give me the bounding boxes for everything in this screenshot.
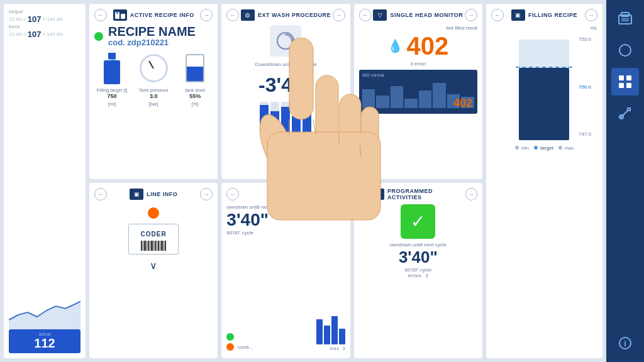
ext-wash-nav-left[interactable]: ← bbox=[226, 9, 239, 21]
lo-icon: ▣ bbox=[274, 191, 280, 197]
filling-target-label: Filling target [l] bbox=[97, 87, 128, 93]
countdown-value: -3'40" bbox=[226, 74, 345, 97]
wave-svg bbox=[9, 288, 80, 329]
legend-max: max bbox=[558, 145, 574, 151]
cycle-refresh-icon bbox=[270, 25, 301, 57]
filling-recipe-nav-left[interactable]: ← bbox=[491, 9, 504, 21]
line-info-nav-left[interactable]: ← bbox=[94, 188, 107, 200]
recipe-title-group: ACTIVE RECIPE INFO bbox=[113, 9, 194, 21]
chart-bar-2 bbox=[376, 96, 389, 108]
prog-bar-1 bbox=[260, 102, 269, 133]
tank-icon-container bbox=[179, 51, 211, 85]
green-check-icon: ✓ bbox=[401, 204, 435, 239]
tank-pressure-value: 3.0 bbox=[150, 93, 158, 99]
single-head-nav-left[interactable]: ← bbox=[359, 9, 372, 21]
lo-bar-1 bbox=[316, 319, 323, 344]
torque-min: 15 kN > bbox=[9, 16, 26, 22]
torque-label: torque bbox=[9, 9, 23, 14]
filling-recipe-nav-right[interactable]: → bbox=[585, 9, 597, 21]
line-info-panel: ← ▣ LINE INFO → CODER bbox=[89, 183, 218, 358]
recipe-nav-left[interactable]: ← bbox=[94, 9, 107, 21]
sidebar-grid-icon[interactable] bbox=[611, 68, 639, 96]
chart-normal-label: 400 normal bbox=[362, 73, 384, 77]
prog-act-header: ← ☰ PROGRAMMED ACTIVITIES → bbox=[359, 188, 477, 200]
fill-label-high: 753.0 bbox=[579, 36, 591, 42]
lo-nav-left[interactable]: ← bbox=[226, 188, 239, 200]
legend-target-label: target bbox=[540, 145, 553, 151]
prog-fill-4 bbox=[292, 116, 301, 134]
legend-target-dot bbox=[534, 146, 538, 150]
lo-content: owndown untill next cycle 3'40" 60'00" c… bbox=[226, 204, 345, 351]
lo-nav-right[interactable]: → bbox=[333, 188, 345, 200]
lo-left: owndown untill next cycle 3'40" 60'00" c… bbox=[226, 204, 307, 351]
legend-target: target bbox=[534, 145, 553, 151]
bc-10 bbox=[157, 241, 157, 251]
tank-pressure-label: Tank pressure bbox=[139, 87, 169, 93]
filling-recipe-title-group: ▣ FILLING RECIPE bbox=[511, 9, 577, 21]
recipe-icon-svg bbox=[114, 11, 126, 19]
sidebar-tool-icon[interactable] bbox=[611, 99, 639, 127]
coder-box: CODER bbox=[128, 224, 179, 255]
bc-1 bbox=[141, 241, 142, 251]
sidebar-circle-icon[interactable] bbox=[611, 36, 639, 64]
fill-label-low: 747.0 bbox=[579, 131, 591, 137]
recipe-status-dot bbox=[94, 32, 103, 41]
single-head-title: SINGLE HEAD MONITOR bbox=[390, 12, 463, 18]
prog-bar-5 bbox=[303, 102, 311, 133]
prog-fill-2 bbox=[270, 111, 279, 133]
actual-box: actual 112 bbox=[9, 329, 80, 353]
bc-7 bbox=[151, 241, 153, 251]
fill-bar-fill bbox=[519, 68, 569, 140]
recipe-nav-right[interactable]: → bbox=[200, 9, 213, 21]
coder-label: CODER bbox=[141, 231, 167, 238]
sidebar-machine-icon[interactable] bbox=[611, 5, 639, 33]
mini-chart: 400 normal 402 bbox=[359, 70, 477, 114]
ext-wash-panel-icon: ⚙ bbox=[241, 9, 255, 21]
tank-level-value: 55% bbox=[189, 93, 201, 99]
lo-bars: rrors 3 bbox=[308, 204, 345, 351]
active-recipe-panel: ← ACTIVE RECIPE INFO → RECIPE NAME cod. … bbox=[89, 4, 218, 179]
orange-drop-icon: 💧 bbox=[387, 38, 403, 53]
line-info-nav-right[interactable]: → bbox=[200, 188, 213, 200]
lo-title-group: ▣ Lo... bbox=[270, 189, 302, 200]
bc-2 bbox=[143, 241, 143, 251]
bc-15 bbox=[165, 241, 166, 251]
ext-wash-nav-right[interactable]: → bbox=[333, 9, 345, 21]
single-head-nav-right[interactable]: → bbox=[465, 9, 477, 21]
sidebar: i bbox=[606, 0, 644, 362]
gauge-needle bbox=[148, 60, 154, 69]
grid-svg bbox=[616, 73, 634, 90]
ml-label: mL bbox=[491, 25, 597, 31]
chart-bar-6 bbox=[433, 83, 446, 108]
wash-icon: ⚙ bbox=[245, 12, 250, 19]
svg-point-3 bbox=[116, 12, 118, 14]
fill-value-labels: 753.0 750.0 747.0 bbox=[579, 36, 591, 137]
sidebar-info-icon[interactable]: i bbox=[611, 329, 639, 357]
svg-marker-0 bbox=[9, 301, 80, 329]
filling-icon-container: 💧 bbox=[96, 51, 128, 85]
filling-recipe-panel-icon: ▣ bbox=[511, 9, 525, 21]
bottle-neck bbox=[108, 53, 116, 59]
recipe-cod-text: cod. zdp210221 bbox=[108, 38, 196, 47]
svg-rect-12 bbox=[626, 75, 631, 80]
gauge-circle bbox=[140, 54, 168, 82]
legend-min-label: min bbox=[521, 145, 529, 151]
single-head-panel-icon: ▽ bbox=[373, 9, 387, 21]
chart-bar-3 bbox=[391, 86, 404, 108]
refresh-svg bbox=[275, 30, 297, 52]
recipe-name-text: RECIPE NAME bbox=[108, 25, 196, 38]
single-head-title-group: ▽ SINGLE HEAD MONITOR bbox=[373, 9, 463, 21]
chart-value: 402 bbox=[453, 97, 472, 110]
prog-act-nav-left[interactable]: ← bbox=[359, 188, 371, 200]
chart-bar-1 bbox=[362, 89, 375, 108]
sidebar-bottom: i bbox=[611, 329, 639, 357]
chevron-down-icon[interactable]: ∨ bbox=[150, 260, 157, 272]
svg-rect-13 bbox=[619, 83, 624, 88]
prog-errors: errors 3 bbox=[359, 273, 477, 278]
tool-svg bbox=[616, 104, 634, 122]
prog-cycle-label: 60'00" cycle bbox=[359, 267, 477, 273]
legend-min-dot bbox=[515, 146, 519, 150]
torque-value-row: 15 kN > 107 > 140 kN bbox=[9, 14, 80, 24]
line-info-content: CODER bbox=[94, 204, 213, 272]
prog-act-nav-right[interactable]: → bbox=[465, 188, 477, 200]
